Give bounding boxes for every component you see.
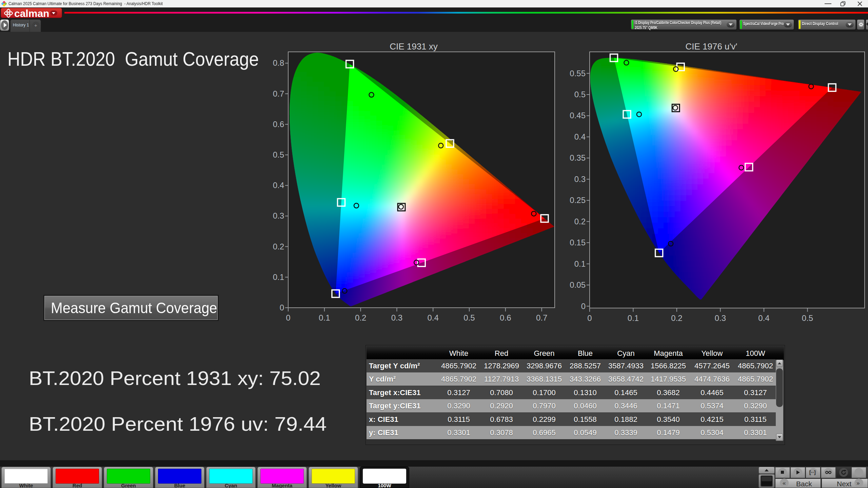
svg-text:0.5: 0.5	[463, 313, 475, 322]
svg-text:CIE 1976 u'v': CIE 1976 u'v'	[685, 41, 737, 52]
svg-text:0.35: 0.35	[570, 153, 586, 162]
svg-text:0.1: 0.1	[273, 272, 284, 282]
svg-text:0.4: 0.4	[574, 132, 586, 141]
svg-text:0.2: 0.2	[574, 217, 586, 226]
svg-text:0.5: 0.5	[574, 90, 586, 99]
svg-text:0: 0	[280, 303, 284, 312]
svg-text:0.45: 0.45	[570, 111, 586, 120]
svg-text:0.55: 0.55	[570, 69, 586, 78]
svg-text:0.6: 0.6	[273, 120, 284, 129]
svg-text:CIE 1931 xy: CIE 1931 xy	[390, 41, 438, 52]
svg-text:0.5: 0.5	[802, 313, 813, 323]
svg-text:0.05: 0.05	[570, 280, 586, 289]
svg-text:0.4: 0.4	[758, 313, 769, 323]
svg-text:0.5: 0.5	[273, 150, 284, 159]
svg-text:0: 0	[587, 313, 592, 323]
svg-text:0: 0	[286, 313, 290, 322]
svg-text:0: 0	[581, 302, 586, 311]
svg-text:0.3: 0.3	[574, 175, 586, 184]
svg-text:0.6: 0.6	[500, 313, 511, 322]
svg-text:0.1: 0.1	[319, 313, 330, 322]
svg-text:0.2: 0.2	[671, 313, 682, 323]
svg-text:0.4: 0.4	[428, 313, 439, 322]
svg-text:0.25: 0.25	[570, 196, 586, 205]
svg-text:0.15: 0.15	[570, 238, 586, 247]
svg-text:0.4: 0.4	[273, 181, 284, 190]
svg-text:0.2: 0.2	[355, 313, 366, 322]
svg-text:0.2: 0.2	[273, 242, 284, 251]
svg-text:0.1: 0.1	[628, 313, 639, 323]
svg-text:0.7: 0.7	[536, 313, 547, 322]
svg-text:0.7: 0.7	[273, 89, 284, 98]
svg-text:0.3: 0.3	[715, 313, 726, 323]
svg-text:0.3: 0.3	[391, 313, 402, 322]
svg-text:0.3: 0.3	[273, 211, 284, 220]
svg-text:0.8: 0.8	[273, 58, 284, 67]
svg-text:0.1: 0.1	[574, 259, 586, 268]
